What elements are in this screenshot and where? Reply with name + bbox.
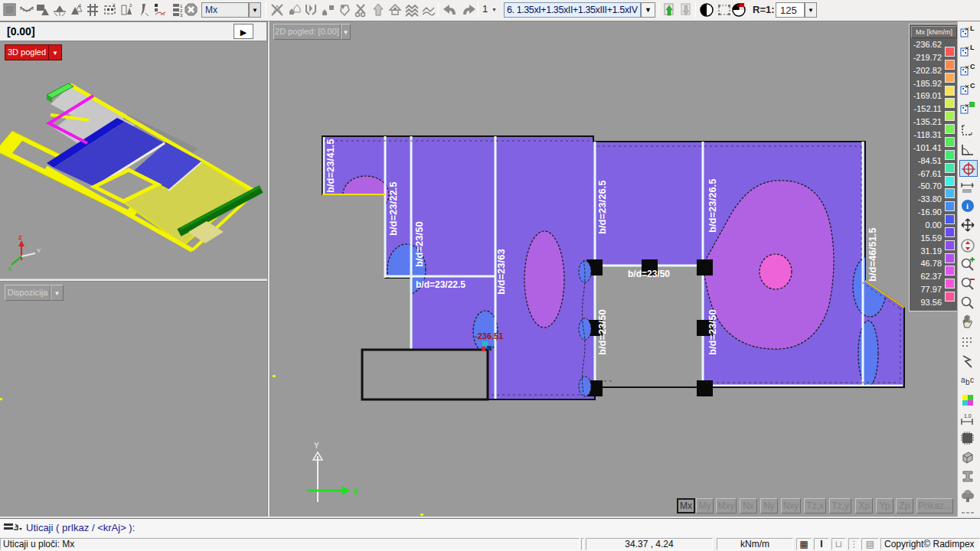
svg-text:3: 3	[180, 13, 183, 18]
svg-text:C: C	[970, 82, 975, 90]
svg-text:C: C	[970, 63, 975, 70]
svg-text:L: L	[970, 24, 975, 32]
svg-text:c: c	[970, 376, 974, 384]
svg-text:i: i	[966, 201, 969, 210]
svg-text:X: X	[353, 487, 359, 496]
svg-text:Y: Y	[37, 247, 41, 254]
svg-text:1: 1	[79, 3, 82, 8]
svg-text:-236.51: -236.51	[475, 331, 503, 341]
svg-text:X: X	[8, 266, 12, 272]
svg-text:1.0: 1.0	[964, 413, 972, 419]
svg-text:L: L	[970, 44, 975, 51]
svg-text:3: 3	[113, 3, 116, 8]
svg-text:2: 2	[129, 3, 132, 8]
svg-text:Z: Z	[18, 234, 22, 241]
svg-text:Y: Y	[314, 442, 319, 450]
